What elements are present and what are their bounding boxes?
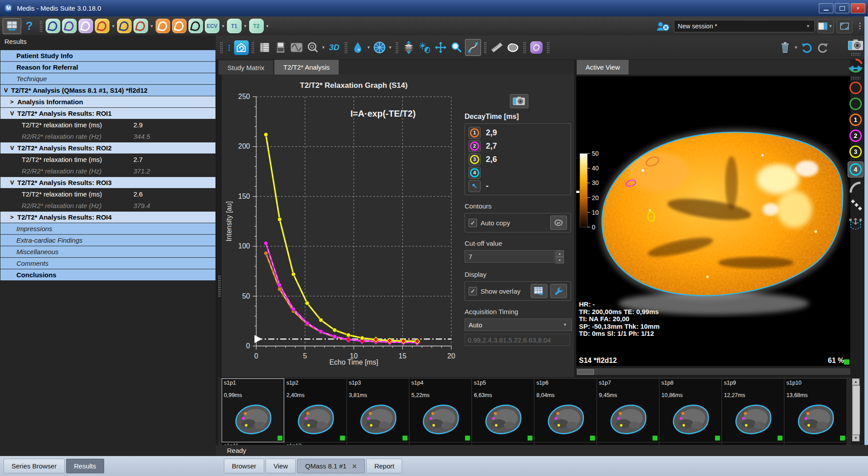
results-row[interactable]: R2/R2* relaxation rate (Hz)344.5 (0, 131, 215, 142)
spline-edit-tool[interactable] (465, 39, 481, 56)
endo-contour-button[interactable]: 0 (849, 82, 862, 94)
close-button[interactable]: × (851, 3, 865, 13)
help-icon[interactable]: ? (26, 19, 33, 33)
graph-snapshot-button[interactable] (510, 94, 528, 108)
rail-roi1-button[interactable]: 1 (849, 114, 862, 126)
roi4-badge-button[interactable]: 4 (469, 167, 481, 179)
scroll-slices-icon[interactable] (401, 39, 416, 55)
results-row[interactable]: Conclusions (0, 269, 215, 280)
chevron-down-icon[interactable]: ▼ (111, 24, 115, 28)
filmstrip-cell-s1p8[interactable]: s1p810,86ms (660, 379, 721, 442)
snapshot-camera-button[interactable] (848, 39, 864, 51)
toolbar-overflow-icon[interactable]: ⋮ (856, 21, 864, 31)
toolbar-overflow-icon[interactable]: ⋮ (226, 39, 233, 55)
app-icon-2[interactable] (62, 19, 77, 33)
app-icon-7[interactable] (156, 19, 170, 33)
filmstrip-cell-s1p3[interactable]: s1p33,81ms (347, 379, 409, 442)
window-level-icon[interactable] (417, 39, 432, 55)
fullscreen-toggle-button[interactable] (837, 19, 852, 33)
undo-icon[interactable] (799, 39, 814, 55)
results-row[interactable]: VT2/T2* Analysis Results: ROI2 (0, 142, 215, 153)
chevron-down-icon[interactable]: ▼ (150, 24, 154, 28)
chevron-down-icon[interactable]: ▼ (388, 45, 392, 50)
results-row[interactable]: T2/T2* relaxation time (ms)2.7 (0, 154, 215, 165)
results-row[interactable]: T2/T2* relaxation time (ms)2.9 (0, 119, 215, 130)
delete-tool-icon[interactable] (778, 39, 793, 55)
roi2-badge-button[interactable]: 2 (469, 140, 481, 152)
session-combobox[interactable]: New session * ▼ (674, 20, 815, 32)
results-row[interactable]: VT2/T2* Analysis (QMass 8.1 #1, S14) *fl… (0, 85, 215, 96)
filmstrip-scrollbar[interactable]: ▲ ▼ (852, 378, 860, 441)
filmstrip-cell-s1p6[interactable]: s1p68,04ms (535, 379, 596, 442)
chevron-down-icon[interactable]: ▼ (266, 24, 270, 28)
app-icon-ecv[interactable]: ECV (205, 19, 219, 33)
panel-splitter[interactable] (218, 275, 221, 297)
signal-view-icon[interactable] (289, 39, 304, 55)
film-view-icon[interactable] (273, 39, 288, 55)
results-row[interactable]: >Analysis Information (0, 96, 215, 107)
chevron-down-icon[interactable]: ▼ (794, 45, 798, 50)
acquisition-times-input[interactable]: 0.99,2.4,3.81,5.22,6.63,8.04 (465, 334, 570, 346)
pan-icon[interactable] (433, 39, 448, 55)
close-tab-icon[interactable]: ✕ (352, 463, 357, 470)
export-table-button[interactable] (531, 284, 547, 298)
results-row[interactable]: R2/R2* relaxation rate (Hz)371.2 (0, 165, 215, 177)
chevron-down-icon[interactable]: ▼ (243, 24, 247, 28)
study-matrix-icon[interactable] (257, 39, 272, 55)
results-row[interactable]: >T2/T2* Analysis Results: ROI4 (0, 212, 215, 223)
contour-tool-icon[interactable] (505, 39, 520, 55)
3d-view-icon[interactable]: 3D (327, 39, 342, 55)
results-row[interactable]: Patient Study Info (0, 50, 215, 61)
tab-study-matrix[interactable]: Study Matrix (218, 60, 274, 75)
redo-icon[interactable] (815, 39, 830, 55)
results-row[interactable]: Miscellaneous (0, 246, 215, 257)
display-settings-wrench-button[interactable] (550, 284, 567, 298)
viewport-scrollbar[interactable] (576, 368, 850, 375)
chevron-down-icon[interactable]: ▼ (367, 45, 371, 50)
tab-results[interactable]: Results (66, 459, 104, 473)
roi1-badge-button[interactable]: 1 (469, 127, 481, 139)
ruler-tool-icon[interactable] (489, 39, 504, 55)
tab-report[interactable]: Report (366, 459, 402, 473)
layout-preset-button[interactable]: ▼ (817, 19, 834, 33)
maximize-button[interactable] (835, 3, 849, 13)
tab-qmass-8-1-1[interactable]: QMass 8.1 #1✕ (297, 459, 365, 473)
app-icon-6[interactable] (133, 19, 148, 33)
copy-contours-button[interactable] (550, 216, 567, 230)
filmstrip-cell-s1p5[interactable]: s1p56,63ms (472, 379, 534, 442)
tab-t2-t2-analysis[interactable]: T2/T2* Analysis (274, 59, 339, 75)
arc-tool-button[interactable] (849, 181, 862, 194)
cutoff-increment-button[interactable]: ▲ (555, 250, 564, 257)
layout-button[interactable] (3, 18, 21, 34)
filmstrip-cell-s1p10[interactable]: s1p1013,68ms (785, 379, 846, 442)
app-icon-8[interactable] (172, 19, 187, 33)
results-row[interactable]: R2/R2* relaxation rate (Hz)379.4 (0, 200, 215, 211)
orientation-sphere-icon[interactable] (372, 39, 387, 55)
minimize-button[interactable] (819, 3, 833, 13)
results-row[interactable]: Impressions (0, 223, 215, 234)
results-row[interactable]: Technique (0, 73, 215, 84)
transform-contour-tool-button[interactable] (848, 216, 863, 231)
tab-series-browser[interactable]: Series Browser (4, 459, 65, 473)
epi-contour-button[interactable]: 0 (849, 98, 862, 110)
app-icon-9[interactable] (188, 19, 203, 33)
cutoff-decrement-button[interactable]: ▼ (555, 257, 564, 264)
droplet-tool-icon[interactable] (350, 39, 365, 55)
results-row[interactable]: VT2/T2* Analysis Results: ROI1 (0, 108, 215, 119)
active-view-viewport[interactable]: 50403020100 HR: -TR: 200,00ms TE: 0,99ms… (576, 76, 850, 366)
app-icon-3[interactable] (78, 19, 93, 33)
results-row[interactable]: Extra-cardiac Findings (0, 235, 215, 246)
zoom-icon[interactable] (449, 39, 464, 55)
auto-copy-checkbox[interactable]: ✓ (469, 219, 477, 227)
chevron-down-icon[interactable]: ▼ (321, 45, 325, 50)
results-row[interactable]: Reason for Referral (0, 62, 215, 73)
roi3-badge-button[interactable]: 3 (469, 153, 481, 165)
app-icon-t2[interactable]: T2 (249, 19, 264, 33)
rail-roi2-button[interactable]: 2 (849, 130, 862, 142)
results-row[interactable]: VT2/T2* Analysis Results: ROI3 (0, 177, 215, 188)
acquisition-timing-combobox[interactable]: Auto ▼ (465, 319, 572, 331)
show-overlay-checkbox[interactable]: ✓ (469, 287, 477, 295)
session-icon[interactable] (656, 21, 669, 31)
rail-roi4-button[interactable]: 4 (848, 161, 864, 177)
app-icon-5[interactable] (117, 19, 132, 33)
